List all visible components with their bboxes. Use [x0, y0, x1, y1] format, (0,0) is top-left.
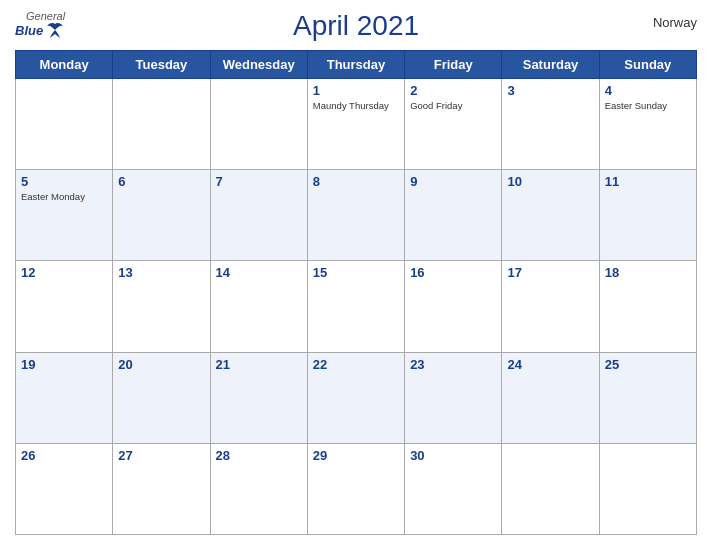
weekday-header-thursday: Thursday: [307, 51, 404, 79]
logo-blue: Blue: [15, 23, 43, 38]
calendar-cell: 10: [502, 170, 599, 261]
calendar-cell: 11: [599, 170, 696, 261]
weekday-header-wednesday: Wednesday: [210, 51, 307, 79]
day-number: 3: [507, 83, 593, 98]
day-number: 26: [21, 448, 107, 463]
calendar-week-row: 5Easter Monday67891011: [16, 170, 697, 261]
calendar-cell: 17: [502, 261, 599, 352]
day-number: 27: [118, 448, 204, 463]
calendar-cell: 19: [16, 352, 113, 443]
day-number: 15: [313, 265, 399, 280]
calendar-cell: 27: [113, 443, 210, 534]
day-number: 29: [313, 448, 399, 463]
calendar-cell: 18: [599, 261, 696, 352]
day-number: 2: [410, 83, 496, 98]
calendar-cell: 14: [210, 261, 307, 352]
calendar-title: April 2021: [293, 10, 419, 42]
weekday-header-row: MondayTuesdayWednesdayThursdayFridaySatu…: [16, 51, 697, 79]
calendar-header: General Blue April 2021 Norway: [15, 10, 697, 42]
day-number: 6: [118, 174, 204, 189]
calendar-week-row: 19202122232425: [16, 352, 697, 443]
day-number: 16: [410, 265, 496, 280]
day-number: 12: [21, 265, 107, 280]
calendar-cell: 30: [405, 443, 502, 534]
calendar-cell: 5Easter Monday: [16, 170, 113, 261]
calendar-cell: [599, 443, 696, 534]
day-number: 23: [410, 357, 496, 372]
calendar-cell: 22: [307, 352, 404, 443]
day-number: 5: [21, 174, 107, 189]
calendar-cell: 24: [502, 352, 599, 443]
calendar-cell: 6: [113, 170, 210, 261]
weekday-header-tuesday: Tuesday: [113, 51, 210, 79]
calendar-cell: [502, 443, 599, 534]
calendar-cell: [113, 79, 210, 170]
logo-general: General: [26, 10, 65, 22]
day-number: 13: [118, 265, 204, 280]
weekday-header-sunday: Sunday: [599, 51, 696, 79]
day-number: 17: [507, 265, 593, 280]
calendar-week-row: 2627282930: [16, 443, 697, 534]
calendar-cell: 7: [210, 170, 307, 261]
calendar-cell: 29: [307, 443, 404, 534]
calendar-cell: 9: [405, 170, 502, 261]
holiday-name: Easter Monday: [21, 191, 107, 202]
day-number: 8: [313, 174, 399, 189]
day-number: 28: [216, 448, 302, 463]
calendar-cell: 12: [16, 261, 113, 352]
weekday-header-monday: Monday: [16, 51, 113, 79]
day-number: 4: [605, 83, 691, 98]
calendar-cell: [16, 79, 113, 170]
calendar-week-row: 12131415161718: [16, 261, 697, 352]
calendar-cell: 16: [405, 261, 502, 352]
calendar-cell: 20: [113, 352, 210, 443]
logo-bird-icon: [45, 22, 65, 38]
day-number: 11: [605, 174, 691, 189]
day-number: 18: [605, 265, 691, 280]
calendar-cell: 26: [16, 443, 113, 534]
day-number: 7: [216, 174, 302, 189]
day-number: 22: [313, 357, 399, 372]
calendar-table: MondayTuesdayWednesdayThursdayFridaySatu…: [15, 50, 697, 535]
calendar-cell: 21: [210, 352, 307, 443]
calendar-cell: 25: [599, 352, 696, 443]
day-number: 19: [21, 357, 107, 372]
weekday-header-saturday: Saturday: [502, 51, 599, 79]
holiday-name: Good Friday: [410, 100, 496, 111]
country-label: Norway: [653, 15, 697, 30]
calendar-wrapper: General Blue April 2021 Norway MondayTue…: [0, 0, 712, 550]
calendar-cell: 1Maundy Thursday: [307, 79, 404, 170]
weekday-header-friday: Friday: [405, 51, 502, 79]
logo: General Blue: [15, 10, 65, 38]
calendar-cell: 28: [210, 443, 307, 534]
day-number: 24: [507, 357, 593, 372]
day-number: 1: [313, 83, 399, 98]
calendar-cell: 8: [307, 170, 404, 261]
holiday-name: Maundy Thursday: [313, 100, 399, 111]
holiday-name: Easter Sunday: [605, 100, 691, 111]
day-number: 20: [118, 357, 204, 372]
day-number: 21: [216, 357, 302, 372]
calendar-cell: [210, 79, 307, 170]
calendar-cell: 23: [405, 352, 502, 443]
day-number: 14: [216, 265, 302, 280]
calendar-cell: 2Good Friday: [405, 79, 502, 170]
calendar-cell: 15: [307, 261, 404, 352]
title-section: April 2021: [293, 10, 419, 42]
calendar-cell: 3: [502, 79, 599, 170]
day-number: 30: [410, 448, 496, 463]
day-number: 25: [605, 357, 691, 372]
day-number: 10: [507, 174, 593, 189]
calendar-cell: 13: [113, 261, 210, 352]
calendar-cell: 4Easter Sunday: [599, 79, 696, 170]
calendar-week-row: 1Maundy Thursday2Good Friday34Easter Sun…: [16, 79, 697, 170]
day-number: 9: [410, 174, 496, 189]
